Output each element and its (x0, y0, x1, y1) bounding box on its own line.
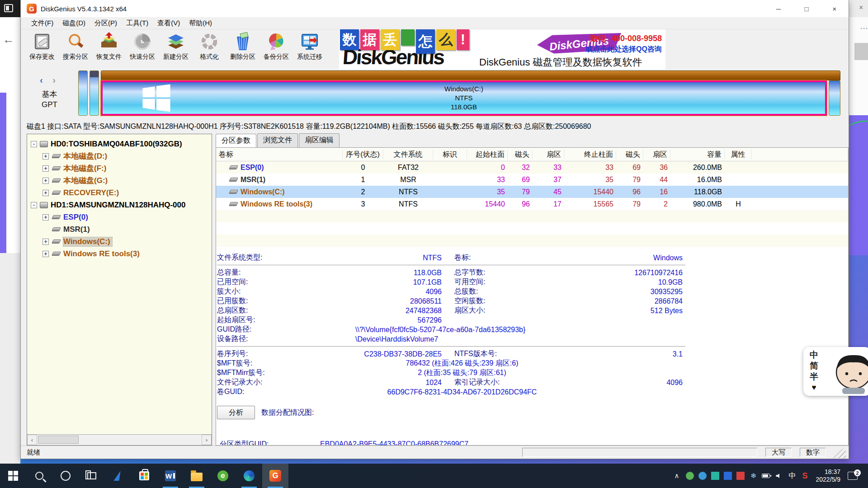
battery-icon[interactable] (762, 472, 770, 480)
banner-tile: 丢 (381, 29, 400, 50)
disk-strip (101, 70, 840, 80)
delete-partition-button[interactable]: 删除分区 (226, 29, 259, 69)
taskbar-app-word[interactable]: W (157, 464, 184, 488)
scroll-left-icon[interactable]: ‹ (27, 435, 37, 445)
format-button[interactable]: 格式化 (193, 29, 226, 69)
next-disk-arrow-icon[interactable]: › (52, 75, 59, 85)
partition-icon (52, 239, 61, 244)
task-view-button[interactable] (79, 464, 105, 488)
new-partition-button[interactable]: 新建分区 (159, 29, 193, 69)
search-partition-button[interactable]: 搜索分区 (59, 29, 92, 69)
tree-item-hd1[interactable]: -HD1:SAMSUNGMZNLN128HAHQ-000 (27, 199, 212, 211)
tree-item-hd0[interactable]: -HD0:TOSHIBAMQ04ABF100(932GB) (27, 138, 212, 150)
tray-s-app-icon[interactable]: S (802, 471, 807, 481)
tree-item-local-f[interactable]: +本地磁盘(F:) (27, 162, 212, 174)
expander-icon[interactable]: - (31, 202, 37, 208)
menu-disk[interactable]: 磁盘(D) (58, 18, 90, 28)
expander-icon[interactable]: + (42, 239, 49, 245)
scrollbar-thumb[interactable] (38, 436, 79, 444)
minimize-button[interactable]: ─ (764, 0, 793, 17)
tray-antivirus-icon[interactable] (686, 472, 694, 480)
maximize-button[interactable]: □ (793, 0, 821, 17)
tray-app-icon[interactable] (736, 472, 745, 480)
quick-partition-button[interactable]: 快速分区 (126, 29, 159, 69)
tray-expand-icon[interactable]: ∧ (670, 472, 684, 480)
partition-bar-msr[interactable] (90, 70, 99, 116)
back-arrow-icon[interactable]: ← (3, 33, 14, 47)
table-row-windows-re[interactable]: Windows RE tools(3) 3NTFS 154409617 1556… (216, 198, 848, 210)
sticker-widget[interactable]: 中简半 ♥ (803, 347, 868, 396)
notification-center-icon[interactable]: 2 (848, 472, 858, 480)
banner-tile: 数 (340, 29, 359, 50)
tray-snowflake-icon[interactable]: ❄ (749, 472, 757, 480)
file-explorer-button[interactable] (184, 464, 210, 488)
tree-horizontal-scrollbar[interactable]: ‹ › (27, 434, 212, 445)
prev-disk-arrow-icon[interactable]: ‹ (40, 75, 47, 85)
microsoft-store-button[interactable] (131, 464, 157, 488)
expander-icon[interactable]: + (42, 165, 49, 172)
tray-qq-icon[interactable] (724, 472, 732, 480)
taskbar-search-button[interactable] (26, 464, 52, 488)
expander-icon[interactable]: + (42, 153, 49, 160)
tree-item-recovery-e[interactable]: +RECOVERY(E:) (27, 187, 212, 199)
table-row-empty (216, 235, 848, 247)
analyze-button[interactable]: 分析 (217, 406, 255, 419)
cortana-button[interactable] (52, 464, 79, 488)
menu-partition[interactable]: 分区(P) (90, 18, 122, 28)
panel-splitter[interactable] (212, 134, 216, 446)
system-migrate-button[interactable]: 系统迁移 (293, 29, 326, 69)
close-icon[interactable]: × (859, 4, 863, 12)
table-row-msr[interactable]: MSR(1) 1MSR 336937 357944 16.0MB (216, 174, 848, 186)
taskbar-app-flash[interactable] (105, 464, 131, 488)
banner-tiles: 数 据 丢 怎 么 ! (340, 29, 471, 54)
tab-browse-files[interactable]: 浏览文件 (257, 133, 298, 147)
scroll-right-icon[interactable]: › (202, 435, 212, 445)
volume-icon[interactable] (774, 472, 783, 480)
tree-item-local-g[interactable]: +本地磁盘(G:) (27, 174, 212, 187)
table-row-esp[interactable]: ESP(0) 0FAT32 03233 336936 260.0MB (216, 161, 848, 174)
menu-file[interactable]: 文件(F) (27, 18, 58, 28)
menu-help[interactable]: 帮助(H) (184, 18, 217, 28)
input-method-indicator[interactable]: 中 (788, 471, 796, 481)
tray-app-icon[interactable] (698, 472, 707, 480)
ad-banner[interactable]: DiskGenius 数 据 丢 怎 么 ! DiskGenius 致电: 40… (339, 29, 665, 69)
tree-item-esp[interactable]: +ESP(0) (27, 211, 212, 223)
widget-text: 中简半 ♥ (803, 347, 818, 396)
more-icon[interactable]: ⋯ (860, 23, 868, 33)
expander-icon[interactable]: - (31, 141, 37, 147)
tree-item-windows-re[interactable]: +Windows RE tools(3) (27, 248, 212, 260)
tray-app-icon[interactable] (711, 472, 719, 480)
partition-bar-esp[interactable] (78, 70, 88, 116)
taskbar-app-browser360[interactable]: e (210, 464, 236, 488)
cortana-icon (61, 471, 71, 481)
expander-icon[interactable]: + (42, 251, 49, 257)
menu-tools[interactable]: 工具(T) (122, 18, 153, 28)
backup-partition-button[interactable]: 备份分区 (259, 29, 293, 69)
taskbar-app-edge[interactable] (236, 464, 262, 488)
expander-icon[interactable]: + (42, 214, 49, 221)
close-button[interactable]: × (821, 0, 849, 17)
tab-sector-edit[interactable]: 扇区编辑 (299, 133, 340, 147)
tree-item-local-d[interactable]: +本地磁盘(D:) (27, 150, 212, 162)
partition-bar-windows-c[interactable]: Windows(C:) NTFS 118.0GB (101, 80, 827, 116)
expander-icon[interactable]: + (42, 190, 49, 196)
resize-grip[interactable] (830, 446, 846, 458)
start-button[interactable] (0, 464, 26, 488)
expander-icon[interactable]: + (42, 178, 49, 184)
tree-item-windows-c[interactable]: +Windows(C:) (27, 235, 212, 248)
purple-block-decoration (849, 115, 868, 255)
tab-partition-params[interactable]: 分区参数 (216, 134, 256, 148)
disk-icon (40, 141, 48, 147)
system-migrate-icon (300, 32, 319, 51)
num-lock-indicator: 数字 (800, 448, 826, 457)
table-row-windows-c[interactable]: Windows(C:) 2NTFS 357945 154409616 118.0… (216, 186, 848, 198)
diskgenius-icon: G (269, 470, 281, 482)
recover-files-button[interactable]: 恢复文件 (92, 29, 126, 69)
save-changes-button[interactable]: 保存更改 (25, 29, 59, 69)
banner-qq-link[interactable]: 或点击此处选择QQ咨询 (585, 45, 662, 54)
tree-item-msr[interactable]: MSR(1) (27, 223, 212, 235)
taskbar-app-diskgenius[interactable]: G (262, 464, 288, 488)
menu-view[interactable]: 查看(V) (153, 18, 184, 28)
taskbar-clock[interactable]: 18:37 2022/5/9 (816, 468, 841, 483)
partition-bar-recovery[interactable] (829, 80, 840, 116)
